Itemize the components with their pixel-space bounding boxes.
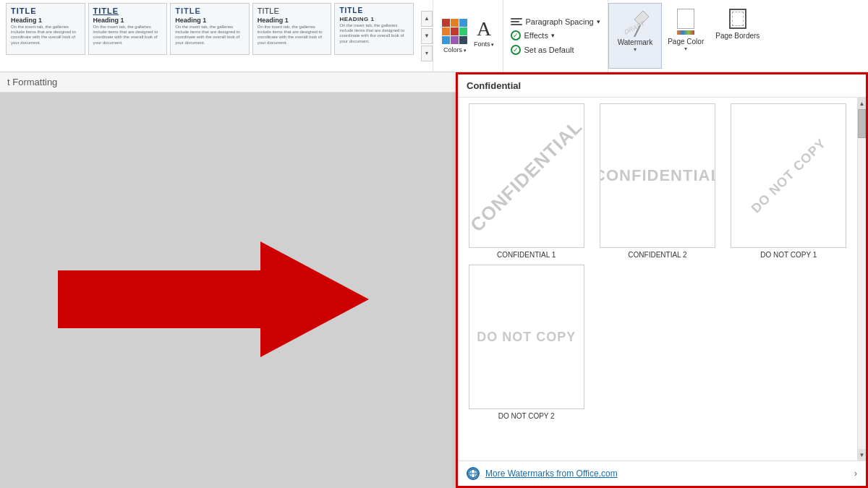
page-color-button[interactable]: Page Color ▾ <box>662 3 710 69</box>
watermark-svg: DRAFT <box>621 9 649 37</box>
style-heading-2: Heading 1 <box>93 17 124 24</box>
swatch-grid <box>442 19 468 44</box>
watermark-text-confidential1: CONFIDENTIAL <box>469 115 584 236</box>
formatting-label: t Formatting <box>7 77 57 87</box>
svg-text:DRAFT: DRAFT <box>623 20 647 35</box>
watermark-button[interactable]: DRAFT Watermark ▾ <box>608 3 663 69</box>
panel-footer[interactable]: More Watermarks from Office.com › <box>458 461 866 486</box>
page-rect <box>677 9 694 29</box>
gallery-scroll: ▲ ▼ ▾ <box>421 0 433 72</box>
watermark-item-donotcopy2[interactable]: DO NOT COPY DO NOT COPY 2 <box>464 265 589 420</box>
swatch-9 <box>459 36 467 44</box>
paragraph-spacing-label: Paragraph Spacing <box>525 17 593 26</box>
effects-button[interactable]: ✓ Effects ▾ <box>511 30 600 40</box>
watermark-icon: DRAFT <box>621 9 649 37</box>
swatch-1 <box>442 19 450 27</box>
watermark-label: Watermark <box>618 38 653 46</box>
watermark-text-donotcopy2: DO NOT COPY <box>477 330 576 345</box>
swatch-8 <box>451 36 459 44</box>
colors-fonts-group: Colors A Fonts <box>441 17 495 55</box>
footer-chevron-right: › <box>854 468 857 479</box>
swatch-4 <box>442 27 450 35</box>
line-3 <box>511 24 522 25</box>
style-heading-1: Heading 1 <box>11 17 42 24</box>
watermark-item-donotcopy1[interactable]: DO NOT COPY DO NOT COPY 1 <box>726 103 851 259</box>
page-borders-icon <box>729 9 746 29</box>
page-borders-inner <box>732 12 744 26</box>
watermark-label-donotcopy2: DO NOT COPY 2 <box>498 412 555 420</box>
style-body-5: On the insert tab, the galleries include… <box>339 23 409 44</box>
panel-header: Confidential <box>458 74 866 98</box>
style-title-4: Title <box>258 7 279 15</box>
scroll-track <box>858 109 866 449</box>
style-title-2: Title <box>93 7 119 15</box>
paragraph-spacing-button[interactable]: Paragraph Spacing ▾ <box>511 17 600 26</box>
watermark-text-confidential2: CONFIDENTIAL <box>600 166 715 185</box>
scroll-up-button[interactable]: ▲ <box>858 98 866 109</box>
watermark-thumb-confidential2: CONFIDENTIAL <box>600 103 715 248</box>
page-borders-button[interactable]: Page Borders <box>710 3 765 69</box>
style-item-2[interactable]: Title Heading 1 On the insert tab, the g… <box>88 3 168 55</box>
gallery-scroll-expand[interactable]: ▾ <box>421 46 433 61</box>
watermark-arrow: ▾ <box>634 46 637 53</box>
watermark-item-confidential1[interactable]: CONFIDENTIAL CONFIDENTIAL 1 <box>464 103 589 259</box>
page-color-arrow: ▾ <box>684 46 687 52</box>
svg-marker-3 <box>58 241 369 357</box>
watermark-panel: Confidential CONFIDENTIAL CONFIDENTIAL 1 <box>456 72 868 488</box>
style-body-4: On the insert tab, the galleries include… <box>258 25 327 46</box>
red-arrow-container <box>58 227 369 374</box>
effects-icon: ✓ <box>511 30 521 40</box>
swatch-7 <box>442 36 450 44</box>
panel-scrollbar: ▲ ▼ <box>857 98 866 461</box>
style-title-5: TITLE <box>339 7 363 14</box>
page-borders-label: Page Borders <box>715 32 760 40</box>
more-watermarks-link[interactable]: More Watermarks from Office.com <box>485 468 848 479</box>
paragraph-spacing-arrow: ▾ <box>597 18 600 25</box>
watermark-thumb-donotcopy1: DO NOT COPY <box>731 103 846 248</box>
watermark-thumb-confidential1: CONFIDENTIAL <box>469 103 584 248</box>
colors-swatch-grid <box>442 19 468 45</box>
colors-button[interactable]: Colors <box>441 17 469 55</box>
style-body-1: On the insert tab, the galleries include… <box>11 25 80 46</box>
watermark-item-confidential2[interactable]: CONFIDENTIAL CONFIDENTIAL 2 <box>595 103 720 259</box>
watermark-thumb-donotcopy2: DO NOT COPY <box>469 265 584 409</box>
swatch-2 <box>451 19 459 27</box>
watermark-text-donotcopy1: DO NOT COPY <box>748 135 829 216</box>
page-design-section: DRAFT Watermark ▾ Page Color ▾ Page Bord… <box>608 0 766 72</box>
line-1 <box>511 18 522 20</box>
fonts-icon: A <box>477 19 491 39</box>
globe-svg <box>468 468 478 479</box>
panel-scroll-area[interactable]: CONFIDENTIAL CONFIDENTIAL 1 CONFIDENTIAL… <box>458 98 857 461</box>
scroll-thumb[interactable] <box>858 109 866 138</box>
style-gallery: TITLE Heading 1 On the insert tab, the g… <box>0 0 420 72</box>
style-items-container: TITLE Heading 1 On the insert tab, the g… <box>6 3 414 55</box>
fonts-button[interactable]: A Fonts <box>472 17 495 49</box>
style-item-3[interactable]: Title Heading 1 On the insert tab, the g… <box>170 3 250 55</box>
colors-label: Colors <box>443 46 467 53</box>
gallery-scroll-down[interactable]: ▼ <box>421 28 433 44</box>
page-color-label: Page Color <box>668 38 704 46</box>
set-as-default-label: Set as Default <box>524 46 574 54</box>
style-item-1[interactable]: TITLE Heading 1 On the insert tab, the g… <box>6 3 85 55</box>
style-body-3: On the insert tab, the galleries include… <box>175 25 244 46</box>
watermark-label-confidential2: CONFIDENTIAL 2 <box>628 251 686 259</box>
style-body-2: On the insert tab, the galleries include… <box>93 25 163 46</box>
style-item-5[interactable]: TITLE HEADING 1 On the insert tab, the g… <box>334 3 414 55</box>
color-bar <box>677 30 694 35</box>
style-heading-5: HEADING 1 <box>339 16 374 22</box>
scroll-down-button[interactable]: ▼ <box>858 449 866 461</box>
style-title-1: TITLE <box>11 7 37 15</box>
office-globe-icon <box>467 467 480 480</box>
style-heading-4: Heading 1 <box>258 17 289 24</box>
swatch-6 <box>459 27 467 35</box>
ribbon: TITLE Heading 1 On the insert tab, the g… <box>0 0 868 72</box>
main-area: t Formatting Confidential CONFIDENTIAL <box>0 72 868 488</box>
set-as-default-button[interactable]: ✓ Set as Default <box>511 45 600 55</box>
gallery-scroll-up[interactable]: ▲ <box>421 11 433 27</box>
effects-arrow: ▾ <box>551 32 555 39</box>
style-heading-3: Heading 1 <box>175 17 206 24</box>
line-2 <box>511 21 519 22</box>
watermark-grid-row1: CONFIDENTIAL CONFIDENTIAL 1 CONFIDENTIAL… <box>464 103 851 259</box>
paragraph-spacing-icon <box>511 18 522 25</box>
style-item-4[interactable]: Title Heading 1 On the insert tab, the g… <box>252 3 332 55</box>
